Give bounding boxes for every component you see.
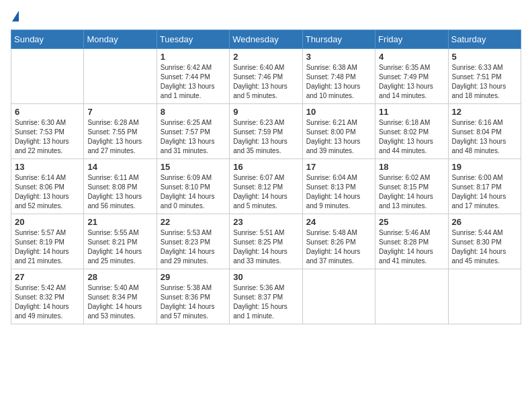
calendar-header-row: SundayMondayTuesdayWednesdayThursdayFrid… xyxy=(11,30,521,49)
calendar-week-row: 20Sunrise: 5:57 AM Sunset: 8:19 PM Dayli… xyxy=(11,214,521,269)
day-number: 12 xyxy=(452,107,517,117)
day-number: 29 xyxy=(161,272,226,282)
calendar-cell: 13Sunrise: 6:14 AM Sunset: 8:06 PM Dayli… xyxy=(11,159,84,214)
calendar-cell: 2Sunrise: 6:40 AM Sunset: 7:46 PM Daylig… xyxy=(230,49,302,104)
calendar-cell: 16Sunrise: 6:07 AM Sunset: 8:12 PM Dayli… xyxy=(230,159,302,214)
day-number: 21 xyxy=(87,217,152,227)
day-number: 13 xyxy=(15,162,80,172)
day-info: Sunrise: 6:09 AM Sunset: 8:10 PM Dayligh… xyxy=(161,173,226,211)
day-number: 24 xyxy=(306,217,371,227)
day-number: 25 xyxy=(379,217,444,227)
day-number: 18 xyxy=(379,162,444,172)
calendar-cell: 26Sunrise: 5:44 AM Sunset: 8:30 PM Dayli… xyxy=(448,214,521,269)
day-info: Sunrise: 6:42 AM Sunset: 7:44 PM Dayligh… xyxy=(161,63,226,101)
day-header-wednesday: Wednesday xyxy=(230,30,302,49)
day-number: 3 xyxy=(306,52,371,62)
day-info: Sunrise: 6:23 AM Sunset: 7:59 PM Dayligh… xyxy=(233,118,298,156)
day-number: 7 xyxy=(87,107,152,117)
day-number: 9 xyxy=(233,107,298,117)
day-info: Sunrise: 6:25 AM Sunset: 7:57 PM Dayligh… xyxy=(161,118,226,156)
day-info: Sunrise: 6:00 AM Sunset: 8:17 PM Dayligh… xyxy=(452,173,517,211)
calendar-cell xyxy=(375,269,448,324)
day-info: Sunrise: 6:16 AM Sunset: 8:04 PM Dayligh… xyxy=(452,118,517,156)
day-number: 20 xyxy=(15,217,80,227)
calendar-cell: 4Sunrise: 6:35 AM Sunset: 7:49 PM Daylig… xyxy=(375,49,448,104)
day-number: 28 xyxy=(87,272,152,282)
calendar-cell: 7Sunrise: 6:28 AM Sunset: 7:55 PM Daylig… xyxy=(84,104,157,159)
day-info: Sunrise: 6:11 AM Sunset: 8:08 PM Dayligh… xyxy=(87,173,152,211)
calendar-table: SundayMondayTuesdayWednesdayThursdayFrid… xyxy=(11,30,521,324)
calendar-cell: 29Sunrise: 5:38 AM Sunset: 8:36 PM Dayli… xyxy=(157,269,229,324)
day-info: Sunrise: 5:36 AM Sunset: 8:37 PM Dayligh… xyxy=(233,283,298,321)
calendar-cell xyxy=(11,49,84,104)
calendar-cell: 9Sunrise: 6:23 AM Sunset: 7:59 PM Daylig… xyxy=(230,104,302,159)
day-info: Sunrise: 6:33 AM Sunset: 7:51 PM Dayligh… xyxy=(452,63,517,101)
day-info: Sunrise: 6:38 AM Sunset: 7:48 PM Dayligh… xyxy=(306,63,371,101)
day-info: Sunrise: 6:40 AM Sunset: 7:46 PM Dayligh… xyxy=(233,63,298,101)
day-header-monday: Monday xyxy=(84,30,157,49)
day-header-sunday: Sunday xyxy=(11,30,84,49)
calendar-cell xyxy=(84,49,157,104)
calendar-cell: 22Sunrise: 5:53 AM Sunset: 8:23 PM Dayli… xyxy=(157,214,229,269)
header xyxy=(11,11,521,23)
day-number: 6 xyxy=(15,107,80,117)
day-number: 4 xyxy=(379,52,444,62)
calendar-week-row: 1Sunrise: 6:42 AM Sunset: 7:44 PM Daylig… xyxy=(11,49,521,104)
calendar-cell: 1Sunrise: 6:42 AM Sunset: 7:44 PM Daylig… xyxy=(157,49,229,104)
calendar-cell xyxy=(302,269,375,324)
day-header-tuesday: Tuesday xyxy=(157,30,229,49)
calendar-cell: 18Sunrise: 6:02 AM Sunset: 8:15 PM Dayli… xyxy=(375,159,448,214)
calendar-cell: 6Sunrise: 6:30 AM Sunset: 7:53 PM Daylig… xyxy=(11,104,84,159)
day-info: Sunrise: 6:30 AM Sunset: 7:53 PM Dayligh… xyxy=(15,118,80,156)
day-info: Sunrise: 6:35 AM Sunset: 7:49 PM Dayligh… xyxy=(379,63,444,101)
day-info: Sunrise: 6:02 AM Sunset: 8:15 PM Dayligh… xyxy=(379,173,444,211)
day-info: Sunrise: 5:55 AM Sunset: 8:21 PM Dayligh… xyxy=(87,228,152,266)
day-number: 26 xyxy=(452,217,517,227)
day-info: Sunrise: 5:40 AM Sunset: 8:34 PM Dayligh… xyxy=(87,283,152,321)
calendar-cell: 21Sunrise: 5:55 AM Sunset: 8:21 PM Dayli… xyxy=(84,214,157,269)
calendar-cell: 17Sunrise: 6:04 AM Sunset: 8:13 PM Dayli… xyxy=(302,159,375,214)
day-info: Sunrise: 6:21 AM Sunset: 8:00 PM Dayligh… xyxy=(306,118,371,156)
day-info: Sunrise: 6:28 AM Sunset: 7:55 PM Dayligh… xyxy=(87,118,152,156)
logo-triangle-icon xyxy=(12,11,19,21)
day-info: Sunrise: 5:57 AM Sunset: 8:19 PM Dayligh… xyxy=(15,228,80,266)
day-number: 15 xyxy=(161,162,226,172)
day-info: Sunrise: 5:38 AM Sunset: 8:36 PM Dayligh… xyxy=(161,283,226,321)
day-number: 22 xyxy=(161,217,226,227)
calendar-cell: 20Sunrise: 5:57 AM Sunset: 8:19 PM Dayli… xyxy=(11,214,84,269)
day-number: 10 xyxy=(306,107,371,117)
calendar-cell: 14Sunrise: 6:11 AM Sunset: 8:08 PM Dayli… xyxy=(84,159,157,214)
day-number: 8 xyxy=(161,107,226,117)
calendar-week-row: 13Sunrise: 6:14 AM Sunset: 8:06 PM Dayli… xyxy=(11,159,521,214)
logo xyxy=(11,11,19,23)
calendar-cell: 23Sunrise: 5:51 AM Sunset: 8:25 PM Dayli… xyxy=(230,214,302,269)
calendar-cell: 11Sunrise: 6:18 AM Sunset: 8:02 PM Dayli… xyxy=(375,104,448,159)
calendar-cell: 30Sunrise: 5:36 AM Sunset: 8:37 PM Dayli… xyxy=(230,269,302,324)
day-info: Sunrise: 5:44 AM Sunset: 8:30 PM Dayligh… xyxy=(452,228,517,266)
calendar-cell: 15Sunrise: 6:09 AM Sunset: 8:10 PM Dayli… xyxy=(157,159,229,214)
day-number: 1 xyxy=(161,52,226,62)
day-number: 23 xyxy=(233,217,298,227)
day-info: Sunrise: 5:48 AM Sunset: 8:26 PM Dayligh… xyxy=(306,228,371,266)
calendar-cell: 12Sunrise: 6:16 AM Sunset: 8:04 PM Dayli… xyxy=(448,104,521,159)
calendar-cell: 28Sunrise: 5:40 AM Sunset: 8:34 PM Dayli… xyxy=(84,269,157,324)
calendar-cell: 10Sunrise: 6:21 AM Sunset: 8:00 PM Dayli… xyxy=(302,104,375,159)
calendar-cell: 3Sunrise: 6:38 AM Sunset: 7:48 PM Daylig… xyxy=(302,49,375,104)
day-number: 14 xyxy=(87,162,152,172)
day-number: 2 xyxy=(233,52,298,62)
calendar-cell: 5Sunrise: 6:33 AM Sunset: 7:51 PM Daylig… xyxy=(448,49,521,104)
calendar-week-row: 27Sunrise: 5:42 AM Sunset: 8:32 PM Dayli… xyxy=(11,269,521,324)
day-number: 5 xyxy=(452,52,517,62)
day-info: Sunrise: 5:42 AM Sunset: 8:32 PM Dayligh… xyxy=(15,283,80,321)
calendar-cell: 27Sunrise: 5:42 AM Sunset: 8:32 PM Dayli… xyxy=(11,269,84,324)
day-info: Sunrise: 5:51 AM Sunset: 8:25 PM Dayligh… xyxy=(233,228,298,266)
day-info: Sunrise: 5:46 AM Sunset: 8:28 PM Dayligh… xyxy=(379,228,444,266)
day-info: Sunrise: 6:18 AM Sunset: 8:02 PM Dayligh… xyxy=(379,118,444,156)
day-number: 27 xyxy=(15,272,80,282)
day-info: Sunrise: 6:04 AM Sunset: 8:13 PM Dayligh… xyxy=(306,173,371,211)
day-header-thursday: Thursday xyxy=(302,30,375,49)
calendar-cell: 25Sunrise: 5:46 AM Sunset: 8:28 PM Dayli… xyxy=(375,214,448,269)
day-info: Sunrise: 6:14 AM Sunset: 8:06 PM Dayligh… xyxy=(15,173,80,211)
calendar-cell: 19Sunrise: 6:00 AM Sunset: 8:17 PM Dayli… xyxy=(448,159,521,214)
calendar-cell xyxy=(448,269,521,324)
